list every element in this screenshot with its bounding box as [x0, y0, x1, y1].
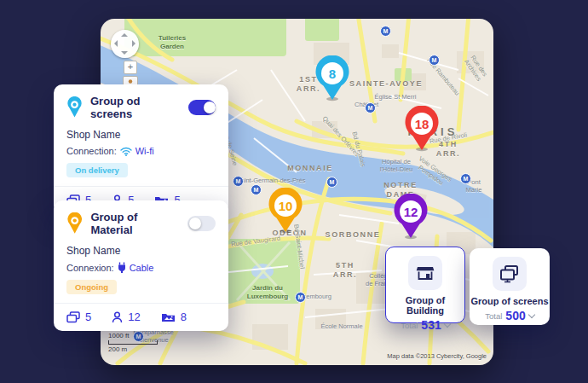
connection-value: Cable: [130, 263, 154, 273]
metro-station-icon: M: [251, 184, 262, 195]
metro-station-icon: M: [460, 173, 471, 184]
card-header: Group of Material: [66, 211, 216, 236]
app-canvas: SAINTE-AVOYE1ST ARR.4TH ARR.MONNAIEODEON…: [0, 0, 588, 383]
map-marker-10[interactable]: 10: [267, 188, 304, 234]
summary-card-screens[interactable]: Group of screens Total 500: [470, 248, 550, 325]
users-count: 12: [112, 310, 140, 323]
total-label: Total: [485, 311, 502, 321]
media-icon: [161, 311, 176, 322]
screens-count: 5: [66, 310, 91, 323]
map-scale-bar: 1000 ft 200 m: [108, 332, 158, 353]
summary-card-building[interactable]: Group of Building Total 531: [385, 247, 465, 323]
screens-group-toggle[interactable]: [188, 100, 216, 115]
media-count: 8: [161, 310, 187, 323]
connection-row: Connection: Wi-fi: [66, 146, 216, 156]
chevron-down-icon[interactable]: [527, 310, 534, 317]
status-badge: Ongoing: [66, 280, 117, 294]
media-count-value: 8: [181, 310, 187, 323]
users-count-value: 12: [128, 310, 140, 323]
total-value: 531: [421, 318, 441, 332]
summary-total: Total 531: [386, 318, 464, 332]
connection-row: Connexion: Cable: [66, 262, 216, 273]
summary-total: Total 500: [470, 309, 550, 322]
metro-station-icon: M: [429, 55, 440, 66]
screens-count-value: 5: [85, 310, 91, 323]
card-title: Group od screens: [90, 95, 181, 120]
pan-up-icon[interactable]: [121, 33, 128, 37]
svg-text:8: 8: [329, 67, 336, 81]
icon-tile: [408, 256, 442, 290]
pan-right-icon[interactable]: [132, 40, 135, 47]
total-label: Total: [401, 321, 418, 330]
connection-label: Connection:: [66, 146, 117, 156]
summary-label: Group of screens: [470, 296, 550, 306]
summary-label: Group of Building: [386, 295, 464, 316]
metro-station-icon: M: [295, 292, 306, 303]
map-pin-icon: [66, 212, 83, 235]
shop-name: Shop Name: [66, 245, 216, 257]
metro-station-icon: M: [233, 176, 244, 187]
toggle-knob: [204, 102, 216, 113]
metro-station-icon: M: [380, 26, 391, 37]
map-pan-control[interactable]: [111, 30, 139, 58]
pan-down-icon[interactable]: [121, 51, 128, 55]
svg-text:10: 10: [279, 199, 293, 213]
screens-group-icon: [499, 264, 520, 283]
group-card-material: Group of Material Shop Name Connexion: C…: [54, 200, 228, 331]
toggle-knob: [189, 218, 201, 229]
wifi-icon: [120, 147, 132, 156]
icon-tile: [493, 257, 527, 291]
shop-name: Shop Name: [66, 129, 216, 141]
map-marker-18[interactable]: 18: [403, 106, 441, 152]
map-marker-12[interactable]: 12: [392, 194, 429, 240]
zoom-in-button[interactable]: +: [124, 61, 137, 74]
metro-station-icon: M: [365, 102, 376, 113]
building-icon: [416, 264, 435, 281]
metro-station-icon: M: [326, 177, 337, 188]
cable-plug-icon: [118, 262, 126, 273]
map-attribution: Map data ©2013 Cybercity, Google: [387, 352, 487, 360]
total-value: 500: [505, 309, 525, 322]
user-icon: [112, 311, 123, 323]
card-stats-row: 5 12 8: [54, 303, 228, 331]
card-header: Group od screens: [66, 95, 216, 120]
card-title: Group of Material: [90, 211, 180, 236]
svg-text:18: 18: [415, 117, 429, 131]
connection-label: Connexion:: [66, 263, 114, 273]
svg-text:12: 12: [404, 205, 418, 219]
map-marker-8[interactable]: 8: [314, 55, 351, 102]
status-badge: On delivery: [66, 163, 128, 177]
chevron-down-icon[interactable]: [443, 320, 450, 327]
material-group-toggle[interactable]: [187, 216, 216, 231]
map-pin-icon: [66, 96, 83, 119]
scale-feet: 1000 ft: [108, 332, 158, 339]
pan-left-icon[interactable]: [114, 40, 118, 47]
scale-line: [108, 340, 158, 345]
screens-icon: [66, 311, 80, 323]
scale-meters: 200 m: [108, 345, 158, 353]
connection-value: Wi-fi: [135, 146, 154, 156]
group-card-screens: Group od screens Shop Name Connection: W…: [54, 84, 228, 214]
